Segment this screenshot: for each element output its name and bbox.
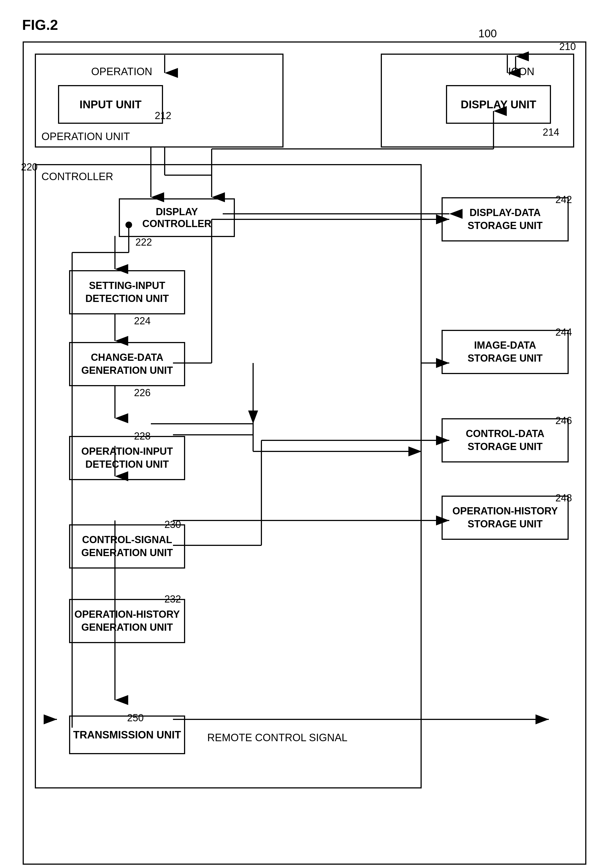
operation-label: OPERATION [91,66,152,78]
ref-230: 230 [164,519,181,530]
operation-input-detection-box: OPERATION-INPUTDETECTION UNIT [69,436,185,480]
ref-212: 212 [155,110,171,122]
ref-220: 220 [21,161,37,173]
page: FIG.2 100 OPERATION INPUT UNIT OPERATION… [0,0,609,868]
setting-input-detection-box: SETTING-INPUTDETECTION UNIT [69,270,185,315]
image-data-storage-box: IMAGE-DATASTORAGE UNIT [442,330,569,374]
display-data-storage-text: DISPLAY-DATASTORAGE UNIT [468,206,542,232]
operation-history-storage-box: OPERATION-HISTORYSTORAGE UNIT [442,496,569,540]
ref-228: 228 [134,431,150,442]
controller-box: CONTROLLER DISPLAYCONTROLLER 222 SETTING… [35,164,421,789]
ref-100: 100 [478,27,497,40]
ref-226: 226 [134,387,150,398]
input-unit-text: INPUT UNIT [80,98,141,111]
controller-label: CONTROLLER [42,171,113,183]
icon-label: ICON [508,66,535,78]
transmission-unit-text: TRANSMISSION UNIT [73,729,181,741]
ref-250: 250 [127,712,144,724]
ref-232: 232 [164,594,181,605]
display-unit-box: DISPLAY UNIT [446,85,551,124]
ref-210: 210 [559,41,576,53]
control-data-storage-text: CONTROL-DATASTORAGE UNIT [466,427,545,453]
operation-history-generation-text: OPERATION-HISTORYGENERATION UNIT [74,608,180,634]
operation-unit-box: OPERATION INPUT UNIT OPERATION UNIT 212 [35,54,284,147]
change-data-generation-text: CHANGE-DATAGENERATION UNIT [81,351,173,377]
ref-222: 222 [135,237,152,248]
input-unit-box: INPUT UNIT [58,85,163,124]
operation-history-generation-box: OPERATION-HISTORYGENERATION UNIT [69,599,185,643]
ref-214: 214 [543,127,559,138]
display-data-storage-box: DISPLAY-DATASTORAGE UNIT [442,197,569,242]
operation-unit-label: OPERATION UNIT [42,131,130,143]
ref-224: 224 [134,315,150,327]
setting-input-detection-text: SETTING-INPUTDETECTION UNIT [85,279,169,305]
control-signal-generation-text: CONTROL-SIGNALGENERATION UNIT [81,533,173,560]
operation-history-storage-text: OPERATION-HISTORYSTORAGE UNIT [452,505,558,531]
display-controller-text: DISPLAYCONTROLLER [142,206,211,229]
image-data-storage-text: IMAGE-DATASTORAGE UNIT [468,339,542,365]
control-signal-generation-box: CONTROL-SIGNALGENERATION UNIT [69,524,185,569]
outer-box: 100 OPERATION INPUT UNIT OPERATION UNIT … [23,42,586,865]
figure-label: FIG.2 [22,17,587,33]
control-data-storage-box: CONTROL-DATASTORAGE UNIT [442,418,569,462]
display-area-box: 210 ICON DISPLAY UNIT 214 [381,54,574,147]
operation-input-detection-text: OPERATION-INPUTDETECTION UNIT [81,445,173,471]
display-controller-box: DISPLAYCONTROLLER [119,198,235,237]
remote-control-signal-label: REMOTE CONTROL SIGNAL [207,732,347,744]
change-data-generation-box: CHANGE-DATAGENERATION UNIT [69,342,185,386]
display-unit-text: DISPLAY UNIT [460,98,536,111]
